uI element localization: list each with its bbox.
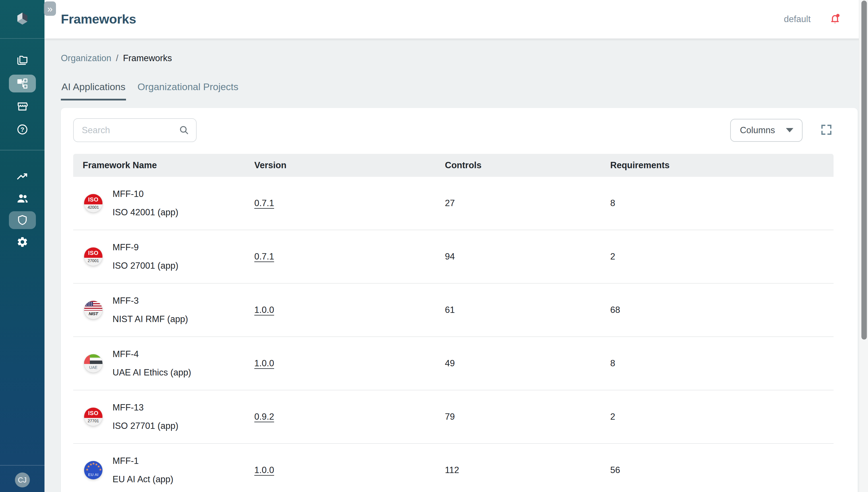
badge-flag — [84, 354, 102, 364]
version-link[interactable]: 1.0.0 — [254, 358, 274, 368]
controls-count: 49 — [445, 358, 610, 369]
search-box — [73, 118, 197, 142]
toolbar-right: Columns — [730, 119, 834, 142]
user-avatar[interactable]: CJ — [15, 472, 30, 487]
column-header-framework-name[interactable]: Framework Name — [73, 160, 254, 171]
tab-organizational-projects[interactable]: Organizational Projects — [137, 81, 239, 100]
table-header-row: Framework Name Version Controls Requirem… — [73, 154, 834, 177]
us-canton-icon — [85, 302, 93, 306]
sidebar-item-help[interactable]: ? — [9, 121, 36, 138]
framework-badge: NIST — [84, 301, 102, 319]
sidebar: ? — [0, 0, 45, 492]
framework-name-cell: ISO 27001 MFF-9 ISO 27001 (app) — [73, 242, 254, 271]
framework-name: MFF-3 — [113, 296, 188, 306]
org-name[interactable]: default — [784, 14, 811, 24]
badge-bottom-label: 42001 — [84, 205, 102, 210]
badge-top-label: ISO — [88, 250, 98, 256]
app-logo[interactable] — [0, 0, 45, 39]
page-scrollbar[interactable] — [859, 0, 868, 492]
chevron-down-icon — [786, 128, 793, 132]
sidebar-item-reports[interactable] — [9, 168, 36, 186]
badge-bottom-label: UAE — [84, 365, 102, 370]
chevrons-right-icon: » — [47, 3, 53, 14]
breadcrumb-link-organization[interactable]: Organization — [61, 53, 111, 64]
search-input[interactable] — [73, 118, 197, 142]
framework-name-text: MFF-1 EU AI Act (app) — [113, 456, 173, 485]
columns-button-label: Columns — [740, 125, 775, 136]
top-bar: Frameworks default — [45, 0, 868, 39]
sidebar-item-projects[interactable] — [9, 52, 36, 70]
sidebar-nav-secondary — [9, 168, 36, 251]
framework-subtitle: NIST AI RMF (app) — [113, 314, 188, 324]
requirements-count: 56 — [610, 465, 834, 475]
framework-name: MFF-10 — [113, 189, 178, 199]
requirements-count: 8 — [610, 198, 834, 208]
column-header-version[interactable]: Version — [254, 160, 445, 171]
framework-badge: ISO 42001 — [84, 194, 102, 213]
cube-logo-icon — [14, 11, 30, 27]
table-row[interactable]: NIST MFF-3 NIST AI RMF (app) 1.0.0 61 68 — [73, 284, 834, 337]
framework-name: MFF-13 — [113, 402, 178, 413]
framework-name-text: MFF-13 ISO 27701 (app) — [113, 402, 178, 431]
notifications-button[interactable] — [828, 12, 842, 26]
framework-name-cell: ISO 42001 MFF-10 ISO 42001 (app) — [73, 189, 254, 218]
gear-icon — [16, 236, 28, 248]
requirements-count: 2 — [610, 412, 834, 422]
framework-badge: ISO 27001 — [84, 247, 102, 266]
table-body: ISO 42001 MFF-10 ISO 42001 (app) 0.7.1 2… — [73, 177, 834, 492]
breadcrumb: Organization / Frameworks — [61, 53, 868, 64]
sidebar-expand-button[interactable]: » — [44, 1, 56, 16]
version-cell: 0.7.1 — [254, 198, 445, 208]
requirements-count: 2 — [610, 251, 834, 262]
controls-count: 94 — [445, 251, 610, 262]
storefront-icon — [16, 100, 28, 113]
controls-count: 79 — [445, 412, 610, 422]
version-link[interactable]: 0.7.1 — [254, 198, 274, 208]
table-row[interactable]: ISO 42001 MFF-10 ISO 42001 (app) 0.7.1 2… — [73, 177, 834, 230]
version-link[interactable]: 0.7.1 — [254, 251, 274, 262]
framework-badge: EU AI — [84, 461, 102, 479]
controls-count: 61 — [445, 305, 610, 315]
trending-up-icon — [16, 170, 29, 183]
framework-name-text: MFF-4 UAE AI Ethics (app) — [113, 349, 191, 378]
fullscreen-button[interactable] — [819, 123, 834, 138]
badge-flag — [84, 301, 102, 311]
workflow-icon — [17, 78, 28, 89]
sidebar-item-marketplace[interactable] — [9, 98, 36, 115]
scrollbar-thumb[interactable] — [861, 1, 867, 340]
column-header-requirements[interactable]: Requirements — [610, 160, 834, 171]
sidebar-item-settings[interactable] — [9, 233, 36, 251]
version-cell: 1.0.0 — [254, 358, 445, 369]
framework-name-cell: ISO 27701 MFF-13 ISO 27701 (app) — [73, 402, 254, 431]
framework-name: MFF-1 — [113, 456, 173, 466]
version-link[interactable]: 1.0.0 — [254, 305, 274, 315]
requirements-count: 8 — [610, 358, 834, 369]
svg-text:?: ? — [20, 126, 24, 133]
table-row[interactable]: ISO 27701 MFF-13 ISO 27701 (app) 0.9.2 7… — [73, 390, 834, 444]
version-link[interactable]: 0.9.2 — [254, 412, 274, 422]
sidebar-item-users[interactable] — [9, 190, 36, 207]
badge-flag: ISO — [84, 408, 102, 418]
framework-subtitle: UAE AI Ethics (app) — [113, 367, 191, 378]
framework-name: MFF-9 — [113, 242, 178, 253]
table-row[interactable]: EU AI MFF-1 EU AI Act (app) 1.0.0 112 56 — [73, 444, 834, 492]
help-icon: ? — [16, 123, 28, 136]
column-header-controls[interactable]: Controls — [445, 160, 610, 171]
columns-button[interactable]: Columns — [730, 119, 802, 142]
table-row[interactable]: ISO 27001 MFF-9 ISO 27001 (app) 0.7.1 94… — [73, 230, 834, 284]
table-row[interactable]: UAE MFF-4 UAE AI Ethics (app) 1.0.0 49 8 — [73, 337, 834, 390]
sidebar-divider-bottom — [0, 465, 45, 466]
tabs: AI Applications Organizational Projects — [61, 81, 868, 100]
top-bar-right: default — [784, 12, 842, 26]
framework-name-text: MFF-9 ISO 27001 (app) — [113, 242, 178, 271]
framework-badge: UAE — [84, 354, 102, 373]
sidebar-item-frameworks[interactable] — [9, 75, 36, 93]
version-link[interactable]: 1.0.0 — [254, 465, 274, 475]
breadcrumb-separator: / — [116, 53, 119, 64]
tab-ai-applications[interactable]: AI Applications — [61, 81, 126, 100]
main-content: Organization / Frameworks AI Application… — [45, 39, 868, 492]
sidebar-item-compliance[interactable] — [9, 211, 36, 229]
controls-count: 27 — [445, 198, 610, 208]
framework-subtitle: EU AI Act (app) — [113, 474, 173, 485]
shield-icon — [17, 215, 28, 226]
